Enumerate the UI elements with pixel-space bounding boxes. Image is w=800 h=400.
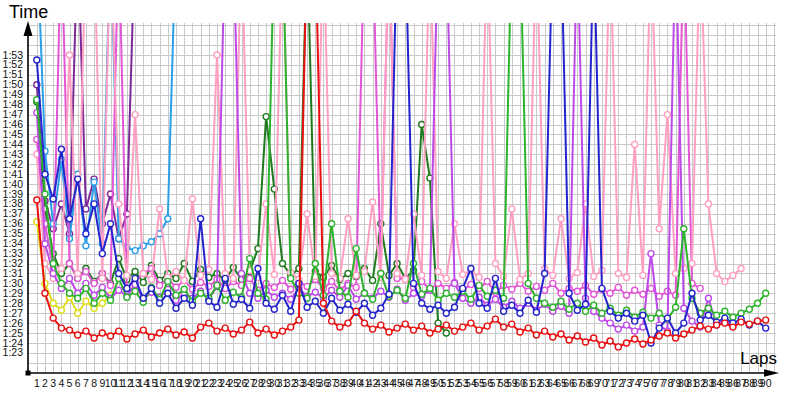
- y-axis-arrow: [24, 21, 33, 36]
- chart-canvas: [0, 0, 800, 400]
- y-axis-title: Time: [9, 2, 48, 23]
- laptime-chart: 1:531:521:511:501:491:481:471:461:451:44…: [0, 0, 800, 400]
- axis-origin-marker: [26, 371, 31, 376]
- x-axis-title: Laps: [740, 349, 777, 369]
- x-axis-arrow: [764, 369, 779, 377]
- driver-pink: [34, 0, 744, 284]
